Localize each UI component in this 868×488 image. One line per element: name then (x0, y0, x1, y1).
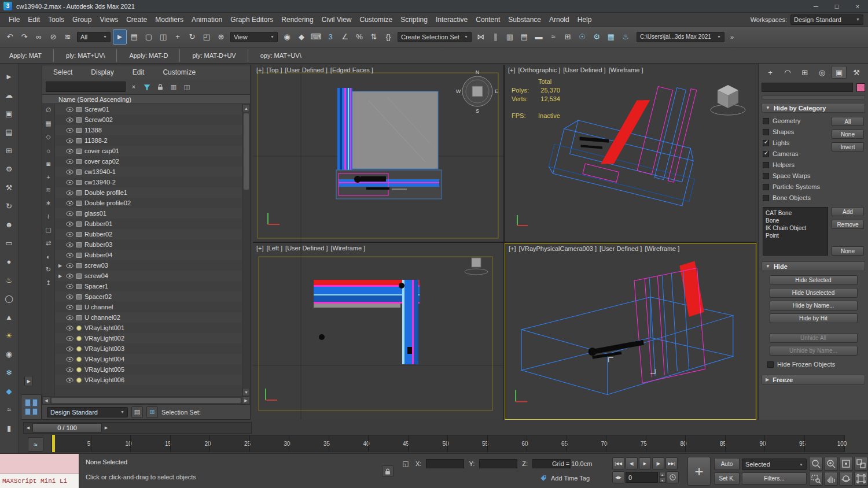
column-settings-icon[interactable]: ▥ (168, 82, 179, 92)
select-and-scale-icon[interactable]: ◰ (200, 29, 214, 45)
visibility-eye-icon[interactable] (66, 169, 73, 175)
menu-item[interactable]: Modifiers (151, 16, 187, 24)
viewport-layout-tabs-button[interactable] (21, 394, 42, 420)
pan-view-icon[interactable] (824, 472, 838, 486)
timeline-tick[interactable]: 25 (210, 435, 250, 452)
bind-to-space-warp-icon[interactable]: ≋ (61, 29, 75, 45)
timeline-tick[interactable]: 35 (289, 435, 329, 452)
visibility-eye-icon[interactable] (66, 221, 73, 227)
display-lights-icon[interactable]: ☼ (42, 146, 55, 154)
category-side-button[interactable]: None (832, 130, 864, 139)
viewport-label-segment[interactable]: [User Defined ] (285, 66, 327, 73)
project-folder-field[interactable]: C:\Users\jal...3ds Max 2021▼ (637, 32, 724, 42)
menu-item[interactable]: Edit (24, 16, 44, 24)
zoom-extents-all-icon[interactable] (854, 457, 868, 471)
scene-object-row[interactable]: ▶ Screw01 (55, 104, 242, 114)
scroll-right-icon[interactable]: ▶ (242, 397, 250, 404)
category-checkbox[interactable] (763, 129, 769, 135)
timeline-tick[interactable]: 75 (606, 435, 646, 452)
scene-object-row[interactable]: ▶ VRayLight006 (55, 375, 242, 385)
gear-icon[interactable]: ⚙ (3, 163, 16, 175)
menu-item[interactable]: File (5, 16, 24, 24)
visibility-eye-icon[interactable] (66, 232, 73, 237)
menu-item[interactable]: Graph Editors (226, 16, 277, 24)
visibility-eye-icon[interactable] (66, 117, 73, 123)
cylinder-icon[interactable]: ▮ (3, 422, 16, 434)
menu-item[interactable]: Create (122, 16, 151, 24)
macro-button[interactable]: opy: MAT+UV\ (260, 52, 301, 59)
y-coordinate-field[interactable] (479, 459, 517, 468)
timeline-playhead[interactable] (52, 435, 55, 452)
rollout-header[interactable]: ▶ Freeze (762, 375, 865, 385)
scrollbar-thumb[interactable] (52, 398, 241, 403)
scene-object-row[interactable]: ▶ VRayLight003 (55, 343, 242, 354)
character-icon[interactable]: ☻ (3, 219, 16, 230)
viewport-label-segment[interactable]: [Orthographic ] (518, 66, 561, 73)
scene-object-row[interactable]: ▶ VRayLight001 (55, 323, 242, 333)
visibility-eye-icon[interactable] (66, 315, 73, 320)
category-checkbox[interactable] (763, 173, 769, 179)
explorer-workspace-dropdown[interactable]: Design Standard ▼ (47, 407, 128, 417)
select-and-manipulate-icon[interactable]: ◆ (295, 29, 308, 45)
visibility-eye-icon[interactable] (66, 107, 73, 112)
key-mode-toggle-button[interactable]: ◀▶ (612, 471, 624, 483)
scroll-left-icon[interactable]: ◀ (42, 397, 50, 404)
display-bones-icon[interactable]: ≀ (42, 213, 55, 220)
scene-object-row[interactable]: ▶ screw03 (55, 260, 242, 271)
display-xrefs-icon[interactable]: ⇄ (42, 239, 55, 247)
auto-key-button[interactable]: Auto (714, 458, 740, 470)
cone-icon[interactable]: ▲ (3, 311, 16, 323)
menu-item[interactable]: Rendering (277, 16, 317, 24)
teapot-icon[interactable]: ♨ (3, 274, 16, 286)
circle-icon[interactable]: ◯ (3, 293, 16, 304)
filter-funnel-icon[interactable] (142, 82, 152, 92)
viewport-label-segment[interactable]: [Wireframe ] (330, 245, 365, 252)
close-button[interactable]: × (847, 0, 868, 12)
viewport-label-segment[interactable]: [User Defined ] (599, 245, 642, 252)
time-configuration-icon[interactable] (667, 471, 679, 483)
viewport-label-segment[interactable]: [Wireframe ] (645, 245, 679, 252)
scene-object-row[interactable]: ▶ Screw002 (55, 114, 242, 125)
timeline-tick[interactable]: 55 (448, 435, 488, 452)
timeline-tick[interactable]: 70 (567, 435, 607, 452)
timeline-ruler[interactable]: 5101520253035404550556065707580859095100 (51, 435, 845, 452)
scene-object-row[interactable]: ▶ 11388 (55, 125, 242, 135)
scene-object-row[interactable]: ▶ U channel (55, 302, 242, 312)
utilities-tab-icon[interactable]: ⚒ (849, 66, 864, 79)
snowflake-icon[interactable]: ❄ (3, 367, 16, 378)
scene-object-row[interactable]: ▶ 11388-2 (55, 135, 242, 146)
menu-item[interactable]: Tools (44, 16, 68, 24)
timeline-tick[interactable]: 40 (329, 435, 369, 452)
visibility-eye-icon[interactable] (66, 190, 73, 195)
timeline-tick[interactable]: 15 (131, 435, 171, 452)
category-side-button[interactable]: All (832, 117, 864, 126)
scene-object-row[interactable]: ▶ Rubber03 (55, 239, 242, 250)
menu-item[interactable]: Views (95, 16, 122, 24)
rendered-frame-icon[interactable]: ▦ (604, 29, 618, 45)
zoom-region-icon[interactable] (809, 472, 823, 486)
workspace-dropdown[interactable]: Design Standard ▼ (790, 14, 863, 25)
undo-icon[interactable]: ↶ (3, 29, 17, 45)
visibility-eye-icon[interactable] (66, 263, 73, 268)
scene-object-row[interactable]: ▶ Rubber01 (55, 219, 242, 229)
visibility-eye-icon[interactable] (66, 211, 73, 216)
orbit-icon[interactable] (839, 472, 853, 486)
hide-action-button[interactable]: Unhide All (770, 333, 858, 343)
timeline-tick[interactable]: 5 (52, 435, 91, 452)
listbox-item[interactable]: Point (766, 232, 825, 239)
create-tab-icon[interactable]: + (763, 66, 778, 79)
geosphere-icon[interactable]: ◉ (3, 348, 16, 360)
add-time-tag[interactable]: Add Time Tag (539, 474, 590, 482)
scene-object-row[interactable]: ▶ VRayLight005 (55, 364, 242, 375)
maximize-button[interactable]: □ (826, 0, 847, 12)
list-icon[interactable]: ▤ (3, 126, 16, 138)
set-key-button[interactable]: Set K. (714, 472, 740, 485)
hide-action-button[interactable]: Hide Selected (770, 275, 858, 285)
object-name-field[interactable] (762, 83, 853, 92)
x-coordinate-field[interactable] (426, 459, 464, 468)
minimize-button[interactable]: ─ (806, 0, 826, 12)
maximize-viewport-toggle-icon[interactable] (854, 472, 868, 486)
droplet-icon[interactable]: ◆ (3, 385, 16, 397)
visibility-eye-icon[interactable] (66, 149, 73, 154)
timeline-tick[interactable]: 65 (527, 435, 567, 452)
